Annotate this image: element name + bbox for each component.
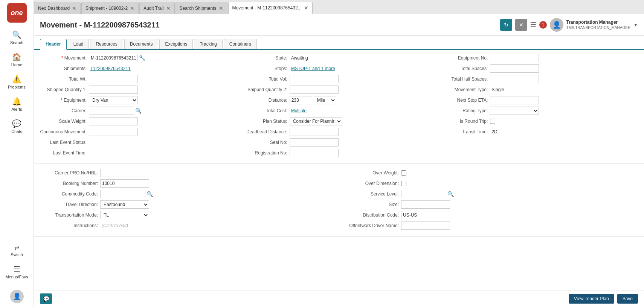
- carrier-input[interactable]: [89, 107, 134, 115]
- total-spaces-input[interactable]: [490, 64, 539, 73]
- seal-no-input[interactable]: [290, 138, 339, 147]
- tab-containers[interactable]: Containers: [224, 39, 257, 49]
- stops-row: Stops: MSTOP-1 and 1 more: [241, 64, 438, 73]
- tab-audit-trail[interactable]: Audit Trail ✕: [139, 2, 174, 14]
- movement-type-row: Movement Type: Single: [441, 85, 638, 94]
- size-input[interactable]: [401, 200, 450, 209]
- instructions-value[interactable]: (Click to edit): [100, 222, 130, 229]
- sidebar-item-alerts[interactable]: 🔔 Alerts: [0, 93, 34, 115]
- tab-resources[interactable]: Resources: [90, 39, 123, 49]
- commodity-search-icon[interactable]: 🔍: [147, 191, 153, 197]
- tab-close-icon[interactable]: ✕: [130, 6, 134, 11]
- equipment-no-row: Equipment No:: [441, 53, 638, 63]
- last-event-status-row: Last Event Status:: [40, 138, 237, 147]
- shipped-qty2-input[interactable]: [290, 86, 339, 94]
- carrier-pro-row: Carrier PRO No/HBL:: [40, 168, 337, 177]
- distribution-code-input[interactable]: [401, 211, 450, 219]
- offnetwork-driver-input[interactable]: [401, 221, 450, 230]
- stops-label: Stops:: [241, 66, 290, 71]
- scale-weight-input[interactable]: [89, 117, 138, 125]
- tab-documents[interactable]: Documents: [124, 39, 159, 49]
- tab-exceptions[interactable]: Exceptions: [159, 39, 193, 49]
- app-logo[interactable]: one: [7, 3, 27, 23]
- save-button[interactable]: Save: [617, 294, 638, 304]
- seal-no-row: Seal No:: [241, 138, 438, 147]
- tab-neo-dashboard[interactable]: Neo Dashboard ✕: [34, 2, 81, 14]
- tab-header[interactable]: Header: [40, 39, 67, 50]
- tab-close-icon[interactable]: ✕: [166, 6, 171, 11]
- over-dimension-row: Over Dimension:: [341, 179, 638, 188]
- is-round-trip-checkbox[interactable]: [490, 119, 495, 124]
- sidebar-item-search[interactable]: 🔍 Search: [0, 26, 34, 49]
- movement-input[interactable]: [89, 54, 138, 62]
- carrier-search-icon[interactable]: 🔍: [135, 108, 142, 114]
- total-wt-row: Total Wt:: [40, 75, 237, 84]
- total-half-spaces-input[interactable]: [490, 75, 539, 83]
- tab-close-icon[interactable]: ✕: [72, 6, 76, 11]
- distance-input[interactable]: [290, 96, 312, 104]
- movement-type-label: Movement Type:: [441, 87, 490, 92]
- wrench-icon[interactable]: 🔧: [139, 55, 145, 61]
- tab-movement[interactable]: Movement - M-11220098765432... ✕: [228, 2, 313, 14]
- over-dimension-checkbox[interactable]: [401, 181, 406, 186]
- shipped-qty2-row: Shipped Quantity 2:: [241, 85, 438, 94]
- rating-type-label: Rating Type:: [441, 108, 490, 113]
- next-stop-eta-input[interactable]: [490, 96, 539, 104]
- travel-direction-select[interactable]: Eastbound: [100, 200, 149, 209]
- shipments-label: Shipments:: [40, 66, 89, 71]
- tab-tracking[interactable]: Tracking: [194, 39, 223, 49]
- total-vol-row: Total Vol:: [241, 75, 438, 84]
- distance-unit-select[interactable]: Mile: [314, 96, 336, 104]
- tab-close-icon[interactable]: ✕: [304, 5, 308, 11]
- shipments-value[interactable]: 1122009876543211: [89, 65, 132, 72]
- warning-icon: ⚠️: [12, 75, 21, 84]
- sidebar-item-menus[interactable]: ☰ Menus/Favs: [0, 261, 34, 283]
- rating-type-select[interactable]: [490, 107, 539, 115]
- tab-search-shipments[interactable]: Search Shipments ✕: [175, 2, 227, 14]
- sidebar-item-user-avatar[interactable]: 👤: [0, 286, 34, 307]
- continuous-movement-input[interactable]: [89, 128, 138, 136]
- size-label: Size:: [341, 202, 401, 207]
- tab-close-icon[interactable]: ✕: [219, 6, 223, 11]
- transport-mode-select[interactable]: TL: [100, 211, 149, 219]
- sidebar-item-chats[interactable]: 💬 Chats: [0, 115, 34, 137]
- total-cost-value[interactable]: Multiple: [290, 107, 308, 114]
- scale-weight-label: Scale Weight:: [40, 119, 89, 124]
- carrier-label: Carrier:: [40, 108, 89, 113]
- commodity-code-input[interactable]: [100, 190, 145, 198]
- registration-no-input[interactable]: [290, 149, 339, 157]
- booking-number-input[interactable]: [100, 179, 149, 188]
- service-level-search-icon[interactable]: 🔍: [447, 191, 454, 197]
- carrier-pro-input[interactable]: [100, 169, 149, 177]
- service-level-input[interactable]: [401, 190, 446, 198]
- main-content: Neo Dashboard ✕ Shipment - 109002-2 ✕ Au…: [34, 0, 644, 307]
- view-tender-plan-button[interactable]: View Tender Plan: [569, 294, 614, 304]
- shipped-qty1-input[interactable]: [89, 86, 138, 94]
- plan-status-select[interactable]: Consider For Plannin: [290, 117, 342, 125]
- sidebar-item-switch[interactable]: ⇄ Switch: [0, 240, 34, 261]
- tab-load[interactable]: Load: [68, 39, 89, 49]
- tab-shipment[interactable]: Shipment - 109002-2 ✕: [81, 2, 139, 14]
- deadhead-distance-label: Deadhead Distance:: [241, 129, 290, 134]
- total-wt-input[interactable]: [89, 75, 138, 83]
- equipment-select[interactable]: Dry Van: [89, 96, 138, 104]
- offnetwork-driver-row: Offnetwork Driver Name:: [341, 221, 638, 230]
- menu-button[interactable]: ☰: [530, 21, 536, 29]
- stops-value[interactable]: MSTOP-1 and 1 more: [290, 65, 337, 72]
- refresh-button[interactable]: ↻: [500, 19, 512, 31]
- deadhead-distance-row: Deadhead Distance:: [241, 127, 438, 136]
- carrier-field-group: 🔍: [89, 107, 142, 115]
- total-vol-input[interactable]: [290, 75, 339, 83]
- movement-row: Movement: 🔧: [40, 53, 237, 63]
- sidebar-item-home[interactable]: 🏠 Home: [0, 49, 34, 71]
- equipment-no-input[interactable]: [490, 54, 539, 62]
- user-dropdown-button[interactable]: ▼: [633, 22, 638, 27]
- chat-button[interactable]: 💬: [40, 293, 52, 304]
- plan-status-row: Plan Status: Consider For Plannin: [241, 117, 438, 126]
- deadhead-distance-input[interactable]: [290, 128, 339, 136]
- sidebar-item-problems[interactable]: ⚠️ Problems: [0, 71, 34, 93]
- bottom-bar-right: View Tender Plan Save: [569, 294, 638, 304]
- over-weight-checkbox[interactable]: [401, 170, 406, 176]
- close-page-button[interactable]: ✕: [515, 19, 527, 31]
- user-name: Transportation Manager: [566, 20, 631, 26]
